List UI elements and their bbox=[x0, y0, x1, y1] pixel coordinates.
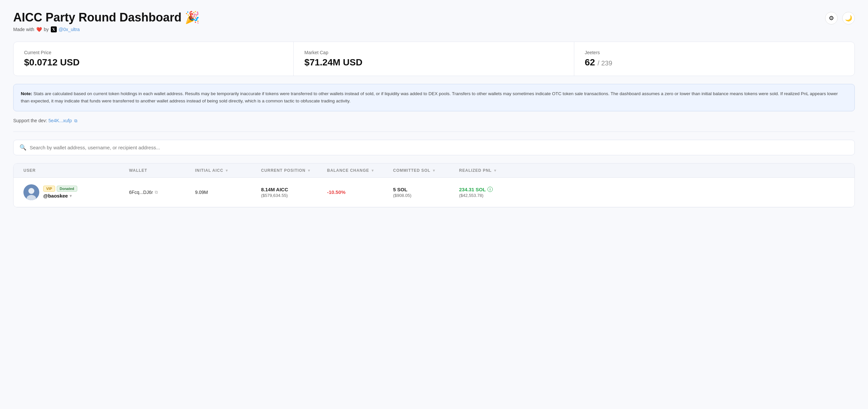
jeeters-label: Jeeters bbox=[585, 50, 844, 55]
committed-sol-usd: ($908.05) bbox=[393, 193, 451, 198]
search-input[interactable] bbox=[30, 145, 848, 150]
committed-sol-cell: 5 SOL ($908.05) bbox=[389, 180, 455, 204]
col-committed-sol[interactable]: COMMITTED SOL ▼ bbox=[389, 164, 455, 177]
current-price-value: $0.0712 USD bbox=[24, 57, 283, 68]
sort-icon-committed-sol: ▼ bbox=[432, 169, 436, 172]
col-wallet: WALLET bbox=[125, 164, 191, 177]
table-row: VIP Donated @baoskee ▾ 6Fcq...DJ6r ⧉ 9.0… bbox=[13, 178, 855, 207]
current-price-label: Current Price bbox=[24, 50, 283, 55]
by-text: by bbox=[44, 27, 49, 32]
username: @baoskee ▾ bbox=[43, 193, 77, 199]
col-user: USER bbox=[20, 164, 125, 177]
stat-jeeters: Jeeters 62 / 239 bbox=[574, 42, 855, 76]
realized-pnl-value: 234.31 SOL i bbox=[459, 187, 517, 192]
support-label: Support the dev: bbox=[13, 118, 47, 123]
current-position-cell: 8.14M AICC ($579,634.55) bbox=[257, 180, 323, 204]
wallet-cell: 6Fcq...DJ6r ⧉ bbox=[125, 183, 191, 202]
realized-pnl-usd: ($42,553.78) bbox=[459, 193, 517, 198]
col-initial-aicc[interactable]: INITIAL AICC ▼ bbox=[191, 164, 257, 177]
stat-current-price: Current Price $0.0712 USD bbox=[13, 42, 294, 76]
sort-icon-initial-aicc: ▼ bbox=[225, 169, 229, 172]
jeeters-sub: / 239 bbox=[598, 59, 612, 67]
x-icon: 𝕏 bbox=[51, 26, 57, 32]
note-box: Note: Stats are calculated based on curr… bbox=[13, 84, 855, 111]
settings-button[interactable]: ⚙ bbox=[825, 12, 838, 25]
current-position-value: 8.14M AICC bbox=[261, 187, 319, 192]
realized-pnl-cell: 234.31 SOL i ($42,553.78) bbox=[455, 180, 521, 204]
wallet-address: 6Fcq...DJ6r bbox=[129, 189, 153, 195]
data-table: USER WALLET INITIAL AICC ▼ CURRENT POSIT… bbox=[13, 163, 855, 207]
note-bold: Note: bbox=[21, 91, 32, 96]
heart-icon: ❤️ bbox=[36, 27, 42, 32]
col-balance-change[interactable]: BALANCE CHANGE ▼ bbox=[323, 164, 389, 177]
col-realized-pnl[interactable]: REALIZED PNL ▼ bbox=[455, 164, 521, 177]
badge-vip: VIP bbox=[43, 186, 55, 192]
copy-wallet-icon[interactable]: ⧉ bbox=[155, 189, 158, 195]
badge-donated: Donated bbox=[57, 186, 77, 192]
user-cell: VIP Donated @baoskee ▾ bbox=[20, 178, 125, 207]
moon-icon: 🌙 bbox=[845, 14, 852, 22]
subtitle: Made with ❤️ by 𝕏 @0x_ultra bbox=[13, 26, 200, 32]
info-icon[interactable]: i bbox=[488, 187, 493, 192]
balance-change-cell: -10.50% bbox=[323, 183, 389, 202]
support-address: 5e4K...xufp bbox=[49, 118, 72, 123]
sort-icon-realized-pnl: ▼ bbox=[493, 169, 497, 172]
avatar bbox=[24, 184, 39, 200]
subtitle-made-with: Made with bbox=[13, 27, 34, 32]
chevron-down-icon[interactable]: ▾ bbox=[70, 194, 72, 198]
committed-sol-value: 5 SOL bbox=[393, 187, 451, 192]
market-cap-label: Market Cap bbox=[304, 50, 563, 55]
balance-change-value: -10.50% bbox=[327, 189, 346, 195]
stats-row: Current Price $0.0712 USD Market Cap $71… bbox=[13, 41, 855, 76]
divider bbox=[13, 132, 855, 132]
initial-aicc-value: 9.09M bbox=[195, 189, 208, 195]
table-header: USER WALLET INITIAL AICC ▼ CURRENT POSIT… bbox=[13, 164, 855, 178]
search-icon: 🔍 bbox=[20, 144, 26, 151]
page-title: AICC Party Round Dashboard 🎉 bbox=[13, 10, 200, 25]
initial-aicc-cell: 9.09M bbox=[191, 183, 257, 202]
search-bar: 🔍 bbox=[13, 140, 855, 155]
gear-icon: ⚙ bbox=[829, 14, 834, 22]
note-text: Stats are calculated based on current to… bbox=[21, 91, 838, 104]
author-link[interactable]: @0x_ultra bbox=[59, 27, 80, 32]
copy-address-icon[interactable]: ⧉ bbox=[74, 118, 77, 123]
jeeters-value: 62 / 239 bbox=[585, 57, 844, 68]
badges: VIP Donated bbox=[43, 186, 77, 192]
sort-icon-balance-change: ▼ bbox=[371, 169, 375, 172]
dark-mode-button[interactable]: 🌙 bbox=[842, 12, 855, 25]
col-current-position[interactable]: CURRENT POSITION ▼ bbox=[257, 164, 323, 177]
stat-market-cap: Market Cap $71.24M USD bbox=[294, 42, 574, 76]
market-cap-value: $71.24M USD bbox=[304, 57, 563, 68]
sort-icon-current-position: ▼ bbox=[307, 169, 311, 172]
current-position-usd: ($579,634.55) bbox=[261, 193, 319, 198]
support-row: Support the dev: 5e4K...xufp ⧉ bbox=[13, 118, 855, 123]
